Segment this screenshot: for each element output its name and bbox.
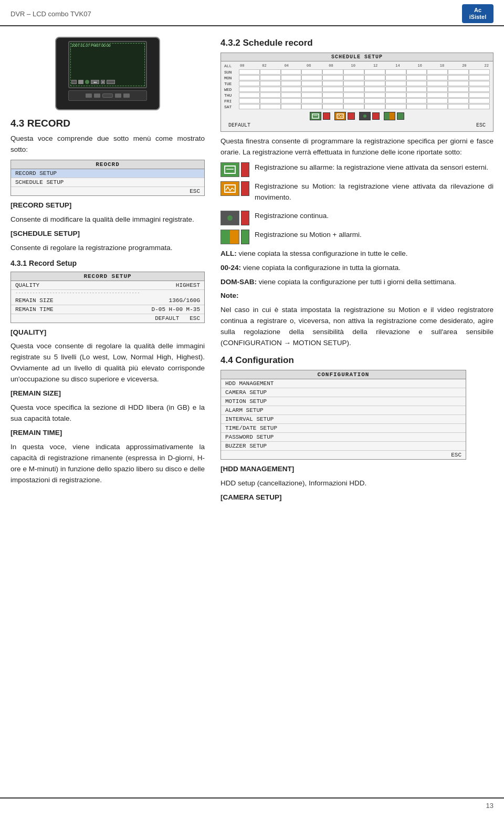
record-setup-item[interactable]: RECORD SETUP xyxy=(11,169,204,178)
hdd-bracket: [HDD MANAGEMENT] xyxy=(220,464,494,475)
schedule-setup-strong: [SCHEDULE SETUP] xyxy=(10,230,80,237)
dvr-btn-4 xyxy=(123,94,130,98)
motion-setup-item[interactable]: MOTION SETUP xyxy=(221,397,466,406)
config-panel-title: CONFIGURATION xyxy=(221,370,466,379)
schedule-esc-label: ESC xyxy=(476,122,486,128)
remain-time-desc: In questa voce, viene indicata approssim… xyxy=(10,442,205,486)
remain-size-label: REMAIN SIZE xyxy=(15,297,54,304)
reocrd-panel: REOCRD RECORD SETUP SCHEDULE SETUP ESC xyxy=(10,160,205,196)
schedule-panel-title: SCHEDULE SETUP xyxy=(221,53,493,61)
domsat-label: DOM-SAB: xyxy=(220,278,257,286)
logo-text: AciSistel xyxy=(469,7,486,20)
domsat-desc: DOM-SAB: viene copiata la configurazione… xyxy=(220,277,494,288)
all-label: ALL: xyxy=(220,250,237,257)
timerange-label: 00-24: xyxy=(220,264,241,272)
remain-time-row: REMAIN TIME D-05 H-00 M-35 xyxy=(11,305,204,314)
quality-bracket-label: [QUALITY] xyxy=(10,328,46,336)
continuous-icon xyxy=(359,112,371,120)
alarm-setup-item[interactable]: ALARM SETUP xyxy=(221,406,466,415)
svg-rect-0 xyxy=(312,114,319,118)
timerange-desc: 00-24: viene copiata la configurazione i… xyxy=(220,263,494,274)
schedule-setup-bracket-label: [SCHEDULE SETUP] xyxy=(10,229,205,240)
quality-desc: Questa voce consente di regolare la qual… xyxy=(10,341,205,385)
schedule-setup-desc: Consente di regolare la registrazione pr… xyxy=(10,243,205,254)
alarm-red-indicator xyxy=(323,112,330,120)
alarm-icon xyxy=(310,112,321,120)
remain-size-bracket: [REMAIN SIZE] xyxy=(10,388,205,399)
config-section-title: 4.4 Configuration xyxy=(220,355,494,366)
schedule-fri-row: FRI xyxy=(224,98,490,103)
svg-point-7 xyxy=(227,215,233,221)
schedule-setup-panel: SCHEDULE SETUP ALL 000204060810121416182… xyxy=(220,53,494,132)
dvr-btn-2 xyxy=(94,94,100,98)
hdd-mgmt-item[interactable]: HDD MANAGEMENT xyxy=(221,379,466,388)
schedule-wed-row: WED xyxy=(224,87,490,92)
remain-time-bracket: [REMAIN TIME] xyxy=(10,428,205,439)
main-content: 2007.01.07 PM07:00:00 ●● ✚ 4.3 RECOR xyxy=(0,26,504,512)
motion-red-square xyxy=(241,181,249,196)
remain-size-desc: Questa voce specifica la sezione di HDD … xyxy=(10,402,205,424)
record-setup-panel-title: RECORD SETUP xyxy=(11,272,204,281)
remain-size-row: REMAIN SIZE 136G/160G xyxy=(11,296,204,305)
section-record-title: 4.3 RECORD xyxy=(10,118,205,129)
all-desc: ALL: viene copiata la stessa configurazi… xyxy=(220,248,494,260)
continuous-icon-visual xyxy=(220,211,239,225)
schedule-grid: ALL 000204060810121416182022 SUN MON xyxy=(221,61,493,131)
remain-time-value: D-05 H-00 M-35 xyxy=(152,306,200,313)
motion-alarm-icon xyxy=(384,112,395,120)
password-setup-item[interactable]: PASSWORD SETUP xyxy=(221,433,466,442)
record-setup-bracket-label: [RECORD SETUP] xyxy=(10,200,205,211)
alarm-icon-row: Registrazione su allarme: la registrazio… xyxy=(220,162,494,177)
motion-icon xyxy=(334,112,346,120)
alarm-icon-visual xyxy=(220,162,239,177)
page-footer: 13 xyxy=(0,797,504,810)
page-number: 13 xyxy=(486,802,494,810)
subsection-431-title: 4.3.1 Record Setup xyxy=(10,259,205,267)
schedule-all-label: ALL xyxy=(224,64,239,68)
camera-setup-item[interactable]: CAMERA SETUP xyxy=(221,388,466,397)
motion-alarm-icon-visual xyxy=(220,230,239,244)
note-label: Note: xyxy=(220,292,239,299)
config-panel: CONFIGURATION HDD MANAGEMENT CAMERA SETU… xyxy=(220,370,466,460)
schedule-sat-row: SAT xyxy=(224,104,490,109)
record-setup-label: RECORD SETUP xyxy=(15,170,57,177)
camera-bracket-label: [CAMERA SETUP] xyxy=(220,493,282,501)
record-setup-footer: DEFAULT ESC xyxy=(11,314,204,323)
dvr-btn-3 xyxy=(115,94,121,98)
quality-value: HIGHEST xyxy=(176,282,200,288)
motion-alarm-green-indicator xyxy=(397,112,404,120)
record-intro: Questa voce comprende due sotto menù com… xyxy=(10,133,205,155)
remain-time-label: REMAIN TIME xyxy=(15,306,54,313)
timedate-setup-item[interactable]: TIME/DATE SETUP xyxy=(221,424,466,433)
remain-size-value: 136G/160G xyxy=(169,297,200,304)
quality-row: QUALITY HIGHEST xyxy=(11,281,204,290)
motion-alarm-icon-row: Registrazione su Motion + allarmi. xyxy=(220,230,494,244)
schedule-setup-item[interactable]: SCHEDULE SETUP xyxy=(11,178,204,187)
separator: ----------------------------------------… xyxy=(11,290,204,296)
hdd-bracket-label: [HDD MANAGEMENT] xyxy=(220,465,294,473)
note-desc: Nel caso in cui è stata impostata la reg… xyxy=(220,305,494,349)
document-title: DVR – LCD combo TVK07 xyxy=(10,10,91,18)
motion-icon-visual xyxy=(220,181,239,196)
motion-word: Motion xyxy=(309,231,331,239)
quality-bracket: [QUALITY] xyxy=(10,327,205,338)
schedule-thu-row: THU xyxy=(224,92,490,98)
motion-icon-desc: Registrazione su Motion: la registrazion… xyxy=(255,181,494,203)
record-setup-strong: [RECORD SETUP] xyxy=(10,201,71,209)
schedule-footer: DEFAULT ESC xyxy=(224,121,490,129)
interval-setup-item[interactable]: INTERVAL SETUP xyxy=(221,415,466,424)
schedule-default-label: DEFAULT xyxy=(228,122,250,128)
motion-icon-row: Registrazione su Motion: la registrazion… xyxy=(220,181,494,206)
motion-red-indicator xyxy=(348,112,355,120)
right-column: 4.3.2 Schedule record SCHEDULE SETUP ALL… xyxy=(220,32,494,506)
note-title: Note: xyxy=(220,291,494,302)
schedule-setup-label: SCHEDULE SETUP xyxy=(15,179,64,185)
motion-alarm-green-square xyxy=(241,230,249,244)
schedule-intro-text: Questa finestra consente di programmare … xyxy=(220,136,494,158)
remain-size-bracket-label: [REMAIN SIZE] xyxy=(10,389,61,397)
svg-point-3 xyxy=(363,115,366,118)
buzzer-setup-item[interactable]: BUZZER SETUP xyxy=(221,442,466,451)
logo: AciSistel xyxy=(462,4,494,23)
dvr-time: 2007.01.07 PM07:00:00 xyxy=(71,44,111,47)
reocrd-esc: ESC xyxy=(11,187,204,195)
